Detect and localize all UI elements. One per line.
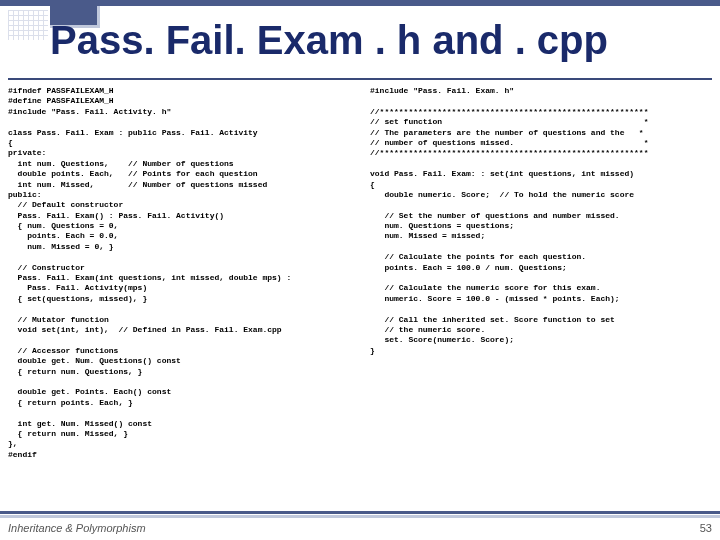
footer-text: Inheritance & Polymorphism	[8, 522, 146, 534]
title-divider	[8, 78, 712, 80]
page-number: 53	[700, 522, 712, 534]
code-cpp-file: #include "Pass. Fail. Exam. h" //*******…	[370, 86, 715, 356]
slide-title: Pass. Fail. Exam . h and . cpp	[50, 18, 608, 63]
footer-accent-dark	[0, 511, 720, 514]
decorative-grid	[8, 10, 48, 40]
code-header-file: #ifndef PASSFAILEXAM_H #define PASSFAILE…	[8, 86, 358, 460]
top-accent-bar	[0, 0, 720, 6]
footer-accent-light	[0, 515, 720, 518]
